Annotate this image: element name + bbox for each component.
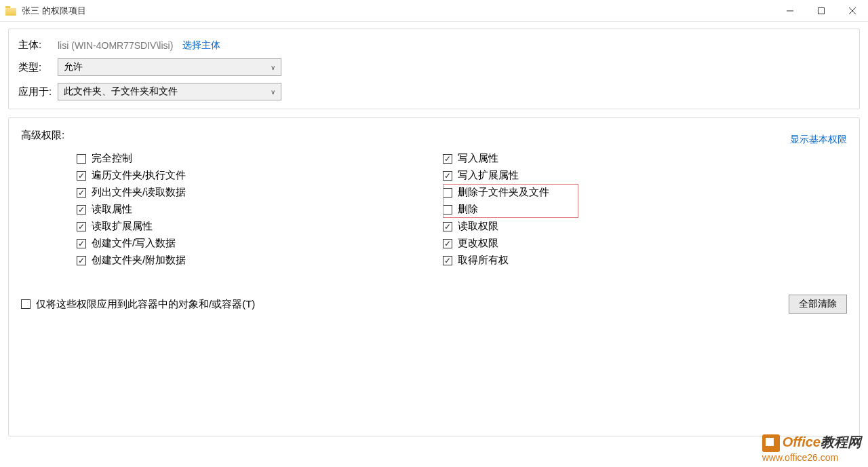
only-apply-label: 仅将这些权限应用到此容器中的对象和/或容器(T) [36,298,255,311]
header-panel: 主体: lisi (WIN-4OMR77SDIV\lisi) 选择主体 类型: … [8,29,860,109]
permission-checkbox[interactable] [443,154,452,164]
chevron-down-icon: ∨ [271,88,275,96]
permission-item: 更改权限 [443,235,753,252]
watermark-line1: Office教程网 [762,433,861,452]
type-row: 类型: 允许 ∨ [18,58,850,76]
permission-checkbox[interactable] [443,171,452,181]
permission-label: 写入扩展属性 [458,169,519,182]
chevron-down-icon: ∨ [271,64,275,71]
permission-checkbox[interactable] [77,205,86,214]
permission-label: 遍历文件夹/执行文件 [92,169,186,182]
minimize-button[interactable] [774,0,806,22]
permission-label: 写入属性 [458,152,498,165]
applies-row: 应用于: 此文件夹、子文件夹和文件 ∨ [18,83,850,100]
close-button[interactable] [837,0,868,22]
permission-item: 读取属性 [77,201,387,218]
applies-select-value: 此文件夹、子文件夹和文件 [64,86,178,98]
watermark-icon [762,434,780,452]
permission-checkbox[interactable] [443,188,452,198]
permission-checkbox[interactable] [77,256,86,265]
permission-label: 读取扩展属性 [92,220,153,233]
type-select[interactable]: 允许 ∨ [58,58,281,76]
principal-label: 主体: [18,39,58,52]
permission-checkbox[interactable] [443,256,452,265]
permission-checkbox[interactable] [77,239,86,248]
svg-rect-1 [818,7,825,14]
permissions-left-col: 完全控制遍历文件夹/执行文件列出文件夹/读取数据读取属性读取扩展属性创建文件/写… [21,150,387,269]
permission-checkbox[interactable] [77,222,86,231]
permission-label: 读取属性 [92,203,132,216]
permission-item: 取得所有权 [443,252,753,269]
permission-item: 删除 [443,201,753,218]
permission-item: 创建文件夹/附加数据 [77,252,387,269]
client-area: 主体: lisi (WIN-4OMR77SDIV\lisi) 选择主体 类型: … [0,22,868,443]
type-select-value: 允许 [64,61,83,73]
permission-item: 读取权限 [443,218,753,235]
clear-all-button[interactable]: 全部清除 [789,295,847,314]
window-title: 张三 的权限项目 [22,5,86,17]
title-bar: 张三 的权限项目 [0,0,868,22]
permission-label: 完全控制 [92,152,132,165]
permissions-right-col: 写入属性写入扩展属性删除子文件夹及文件删除读取权限更改权限取得所有权 [387,150,753,269]
permission-label: 删除子文件夹及文件 [458,186,549,199]
permission-label: 列出文件夹/读取数据 [92,186,186,199]
permission-item: 创建文件/写入数据 [77,235,387,252]
watermark-line2: www.office26.com [762,452,861,463]
advanced-perm-title: 高级权限: [21,129,64,142]
bottom-row: 仅将这些权限应用到此容器中的对象和/或容器(T) 全部清除 [21,295,847,314]
permission-item: 写入扩展属性 [443,167,753,184]
show-basic-link[interactable]: 显示基本权限 [790,134,847,146]
select-principal-link[interactable]: 选择主体 [182,39,220,52]
permission-checkbox[interactable] [77,154,86,164]
permission-checkbox[interactable] [77,171,86,181]
permission-checkbox[interactable] [443,205,452,214]
window-controls [774,0,868,22]
permission-label: 创建文件/写入数据 [92,237,176,250]
permission-checkbox[interactable] [77,188,86,198]
principal-value: lisi (WIN-4OMR77SDIV\lisi) [58,40,173,51]
principal-row: 主体: lisi (WIN-4OMR77SDIV\lisi) 选择主体 [18,39,850,52]
only-apply-row: 仅将这些权限应用到此容器中的对象和/或容器(T) [21,298,255,311]
only-apply-checkbox[interactable] [21,299,31,309]
maximize-button[interactable] [806,0,837,22]
applies-label: 应用于: [18,86,58,98]
watermark: Office教程网 www.office26.com [762,433,861,463]
permission-checkbox[interactable] [443,222,452,231]
applies-select[interactable]: 此文件夹、子文件夹和文件 ∨ [58,83,281,100]
type-label: 类型: [18,61,58,74]
permission-label: 更改权限 [458,237,498,250]
permission-item: 读取扩展属性 [77,218,387,235]
permission-checkbox[interactable] [443,239,452,248]
permission-item: 遍历文件夹/执行文件 [77,167,387,184]
permission-item: 删除子文件夹及文件 [443,184,753,201]
permissions-panel: 高级权限: 显示基本权限 完全控制遍历文件夹/执行文件列出文件夹/读取数据读取属… [8,117,860,436]
permission-label: 删除 [458,203,478,216]
permission-label: 读取权限 [458,220,498,233]
permissions-columns: 完全控制遍历文件夹/执行文件列出文件夹/读取数据读取属性读取扩展属性创建文件/写… [21,150,847,269]
permission-item: 完全控制 [77,150,387,167]
permission-label: 取得所有权 [458,254,509,267]
folder-icon [5,6,16,16]
permission-item: 写入属性 [443,150,753,167]
permission-item: 列出文件夹/读取数据 [77,184,387,201]
permission-label: 创建文件夹/附加数据 [92,254,186,267]
